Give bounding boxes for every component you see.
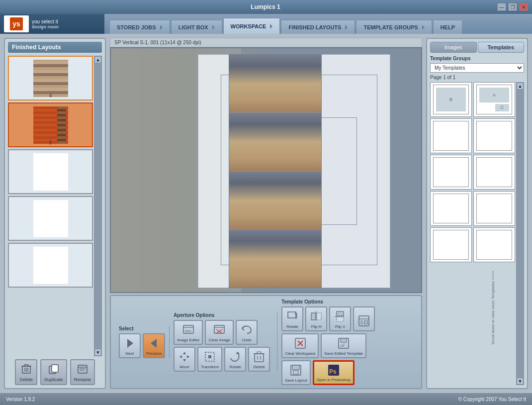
template-thumb-3a[interactable] bbox=[430, 155, 472, 190]
tab-arrow bbox=[270, 24, 272, 29]
rotate-aperture-button[interactable]: Rotate bbox=[224, 347, 246, 372]
save-layout-button[interactable]: Save Layout bbox=[281, 360, 310, 385]
restore-button[interactable]: ❐ bbox=[508, 3, 517, 11]
right-tab-bar: Images Templates bbox=[430, 42, 524, 53]
flip-v-label: Flip V bbox=[335, 324, 345, 329]
thumbnail-item-6[interactable] bbox=[8, 149, 93, 194]
svg-marker-24 bbox=[236, 352, 240, 354]
delete-aperture-button[interactable]: Delete bbox=[248, 347, 270, 372]
rotate-template-label: Rotate bbox=[286, 324, 298, 329]
template-thumb-1a[interactable]: B bbox=[430, 82, 472, 117]
template-thumb-5a[interactable] bbox=[430, 227, 472, 262]
svg-rect-8 bbox=[78, 365, 87, 373]
template-thumb-3b[interactable] bbox=[473, 155, 515, 190]
template-groups-select[interactable]: My Templates bbox=[430, 63, 524, 73]
save-edited-template-button[interactable]: ABC Save Edited Template bbox=[321, 333, 366, 358]
svg-rect-36 bbox=[337, 317, 344, 321]
undo-button[interactable]: Undo bbox=[236, 320, 258, 345]
svg-rect-35 bbox=[337, 311, 344, 316]
template-thumb-4b[interactable] bbox=[473, 191, 515, 226]
tab-workspace[interactable]: WORKSPACE bbox=[223, 18, 280, 34]
open-in-photoshop-button[interactable]: Ps Open in Photoshop bbox=[313, 360, 355, 385]
pencil-icon bbox=[357, 314, 371, 328]
rotate-aperture-label: Rotate bbox=[229, 365, 241, 369]
templates-scroll-track: Scroll down to view more Templates >>>> bbox=[517, 90, 524, 378]
thumb-empty-7 bbox=[33, 200, 68, 237]
tab-stored-jobs[interactable]: STORED JOBS bbox=[109, 20, 170, 34]
flip-h-button[interactable]: Flip H bbox=[305, 306, 327, 331]
title-bar: Lumpics 1 — ❐ ✕ bbox=[0, 0, 532, 14]
tab-arrow bbox=[160, 25, 163, 30]
delete-button[interactable]: Delete bbox=[15, 359, 37, 385]
previous-label: Previous bbox=[146, 351, 162, 356]
tab-help[interactable]: HELP bbox=[433, 20, 462, 34]
minimize-button[interactable]: — bbox=[497, 3, 506, 11]
thumbnail-item-4[interactable]: 4 bbox=[8, 56, 93, 101]
template-thumb-5b[interactable] bbox=[473, 227, 515, 262]
flip-v-button[interactable]: Flip V bbox=[329, 306, 351, 331]
svg-rect-27 bbox=[257, 352, 261, 354]
thumbnail-list: 4 5 bbox=[8, 56, 102, 288]
rename-label: Rename bbox=[74, 377, 91, 382]
image-editor-button[interactable]: IMG Image Editor bbox=[174, 320, 203, 345]
clear-image-button[interactable]: Clear Image bbox=[205, 320, 234, 345]
tab-finished-layouts[interactable]: FINISHED LAYOUTS bbox=[281, 20, 355, 34]
thumbnail-scrollbar[interactable]: ▲ ▼ bbox=[94, 56, 102, 356]
window-controls: — ❐ ✕ bbox=[497, 3, 528, 11]
thumb-image-4 bbox=[33, 60, 68, 97]
logo-box: ys bbox=[4, 15, 29, 32]
tab-images[interactable]: Images bbox=[430, 42, 477, 53]
thumbnail-item-8[interactable] bbox=[8, 243, 93, 288]
svg-rect-33 bbox=[317, 313, 321, 320]
svg-rect-52 bbox=[292, 365, 299, 370]
person-photo-2 bbox=[229, 113, 321, 171]
template-thumb-2b[interactable] bbox=[473, 118, 515, 153]
right-panel: Images Templates Template Groups My Temp… bbox=[426, 38, 528, 389]
rotate-template-button[interactable]: Rotate bbox=[281, 306, 303, 331]
clear-workspace-button[interactable]: Clear Workspace bbox=[281, 333, 319, 358]
undo-label: Undo bbox=[242, 338, 252, 342]
open-photoshop-button-3[interactable] bbox=[353, 306, 375, 331]
app-title: Lumpics 1 bbox=[34, 3, 497, 10]
template-thumb-1b[interactable]: A C bbox=[473, 82, 515, 117]
transform-button[interactable]: Transform bbox=[197, 347, 222, 372]
templates-scrollbar[interactable]: ▲ Scroll down to view more Templates >>>… bbox=[516, 82, 524, 385]
canvas-area[interactable] bbox=[110, 47, 422, 293]
photoshop-icon: Ps bbox=[327, 363, 341, 377]
template-thumb-2a[interactable] bbox=[430, 118, 472, 153]
scroll-up-arrow[interactable]: ▲ bbox=[94, 56, 101, 63]
rename-button[interactable]: Rename bbox=[70, 359, 95, 385]
tab-templates[interactable]: Templates bbox=[478, 42, 525, 53]
templates-scroll-down[interactable]: ▼ bbox=[517, 378, 524, 385]
logo-badge: ys bbox=[10, 17, 23, 30]
template-thumb-4a[interactable] bbox=[430, 191, 472, 226]
template-groups-label: Template Groups bbox=[430, 56, 471, 61]
tab-template-groups[interactable]: TEMPLATE GROUPS bbox=[356, 20, 432, 34]
select-buttons: Next Previous bbox=[119, 333, 165, 358]
templates-grid: B A C bbox=[430, 82, 524, 385]
person-photo-3 bbox=[229, 172, 321, 229]
move-button[interactable]: Move bbox=[174, 347, 195, 372]
close-button[interactable]: ✕ bbox=[519, 3, 528, 11]
thumbnail-item-7[interactable] bbox=[8, 196, 93, 241]
flip-h-icon bbox=[309, 309, 323, 323]
clear-image-icon bbox=[212, 323, 226, 337]
delete-icon bbox=[19, 362, 33, 376]
tab-light-box[interactable]: LIGHT BOX bbox=[171, 20, 222, 34]
svg-marker-13 bbox=[151, 339, 157, 348]
svg-rect-32 bbox=[311, 313, 316, 320]
person-photo-4 bbox=[229, 230, 321, 288]
templates-inner: B A C bbox=[430, 82, 524, 262]
photo-cell-1 bbox=[229, 55, 321, 113]
templates-scroll-up[interactable]: ▲ bbox=[517, 83, 524, 90]
photo-cell-2 bbox=[229, 113, 321, 171]
previous-button[interactable]: Previous bbox=[143, 333, 165, 358]
scroll-down-arrow[interactable]: ▼ bbox=[94, 349, 101, 356]
previous-icon bbox=[147, 336, 161, 350]
save-layout-label: Save Layout bbox=[285, 378, 307, 383]
duplicate-button[interactable]: Duplicate bbox=[40, 359, 67, 385]
next-button[interactable]: Next bbox=[119, 333, 141, 358]
logo-line2: design room bbox=[32, 24, 59, 29]
duplicate-label: Duplicate bbox=[44, 377, 63, 382]
thumbnail-item-5[interactable]: 5 bbox=[8, 102, 93, 147]
